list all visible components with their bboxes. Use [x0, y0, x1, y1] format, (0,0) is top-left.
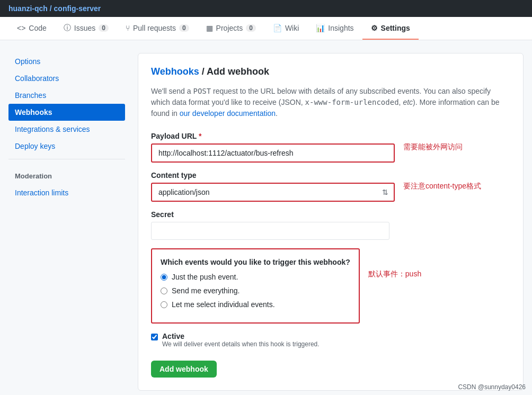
settings-icon: ⚙ [371, 24, 378, 32]
add-webhook-button[interactable]: Add webhook [151, 361, 217, 378]
secret-label: Secret [151, 210, 510, 219]
payload-url-input[interactable] [151, 143, 395, 163]
sidebar-item-integrations[interactable]: Integrations & services [8, 121, 125, 138]
active-checkbox[interactable] [151, 334, 158, 340]
tab-wiki[interactable]: 📄 Wiki [264, 17, 307, 40]
description: We'll send a POST request to the URL bel… [151, 86, 510, 119]
dev-docs-link[interactable]: our developer documentation [180, 109, 276, 118]
moderation-section-title: Moderation [8, 168, 125, 184]
event-push-radio[interactable] [161, 274, 167, 281]
tab-insights[interactable]: 📊 Insights [307, 17, 362, 40]
breadcrumb-separator: / [202, 66, 207, 77]
issues-badge: 0 [99, 24, 109, 32]
active-desc: We will deliver event details when this … [162, 340, 320, 348]
content-type-select-wrapper: application/json application/x-www-form-… [151, 183, 395, 202]
sidebar-item-deploy-keys[interactable]: Deploy keys [8, 138, 125, 155]
watermark: CSDN @sunnyday0426 [458, 383, 526, 391]
events-box: Which events would you like to trigger t… [151, 248, 360, 324]
payload-url-annotation: 需要能被外网访问 [403, 142, 463, 152]
tab-settings[interactable]: ⚙ Settings [362, 17, 419, 40]
secret-group: Secret [151, 210, 510, 240]
active-text: Active We will deliver event details whe… [162, 332, 320, 348]
event-individual-option[interactable]: Let me select individual events. [161, 300, 350, 309]
breadcrumb-parent[interactable]: Webhooks [151, 66, 199, 77]
content-type-label: Content type [151, 171, 395, 179]
pr-icon: ⑂ [126, 24, 130, 32]
code-icon: <> [17, 24, 25, 32]
tab-pull-requests[interactable]: ⑂ Pull requests 0 [117, 17, 198, 40]
repo-title: huanzi-qch / config-server [8, 4, 101, 13]
required-indicator: * [199, 132, 201, 140]
content-type-annotation: 要注意content-type格式 [403, 182, 481, 191]
issues-icon: ⓘ [64, 23, 71, 33]
event-push-option[interactable]: Just the push event. [161, 273, 350, 281]
events-row: Which events would you like to trigger t… [151, 248, 510, 332]
active-label: Active [162, 332, 320, 340]
tab-issues[interactable]: ⓘ Issues 0 [55, 17, 117, 40]
events-title: Which events would you like to trigger t… [161, 258, 350, 266]
sidebar-item-options[interactable]: Options [8, 53, 125, 70]
events-annotation: 默认事件：push [368, 248, 421, 279]
sidebar-item-interaction-limits[interactable]: Interaction limits [8, 184, 125, 201]
payload-url-group: Payload URL * 需要能被外网访问 [151, 132, 510, 163]
event-everything-option[interactable]: Send me everything. [161, 286, 350, 295]
event-individual-radio[interactable] [161, 301, 167, 308]
sidebar-item-collaborators[interactable]: Collaborators [8, 70, 125, 87]
projects-icon: ▦ [206, 24, 213, 32]
tab-code[interactable]: <> Code [8, 17, 55, 40]
sidebar-item-branches[interactable]: Branches [8, 87, 125, 104]
tab-projects[interactable]: ▦ Projects 0 [198, 17, 264, 40]
top-bar: huanzi-qch / config-server [0, 0, 532, 17]
breadcrumb: Webhooks / Add webhook [151, 66, 510, 77]
sidebar: Options Collaborators Branches Webhooks … [8, 53, 125, 391]
sidebar-divider [8, 159, 125, 159]
breadcrumb-current: Add webhook [207, 66, 269, 77]
main-content: Webhooks / Add webhook We'll send a POST… [138, 53, 524, 391]
sidebar-item-webhooks[interactable]: Webhooks [8, 104, 125, 121]
insights-icon: 📊 [316, 24, 325, 32]
pr-badge: 0 [179, 24, 189, 32]
secret-input[interactable] [151, 222, 389, 240]
content-type-select[interactable]: application/json application/x-www-form-… [152, 184, 394, 201]
tab-navigation: <> Code ⓘ Issues 0 ⑂ Pull requests 0 ▦ P… [0, 17, 532, 40]
active-group: Active We will deliver event details whe… [151, 332, 510, 348]
wiki-icon: 📄 [273, 24, 282, 32]
page-layout: Options Collaborators Branches Webhooks … [0, 40, 532, 395]
event-everything-radio[interactable] [161, 288, 167, 294]
content-type-group: Content type application/json applicatio… [151, 171, 510, 202]
projects-badge: 0 [246, 24, 256, 32]
payload-url-label: Payload URL * [151, 132, 395, 140]
